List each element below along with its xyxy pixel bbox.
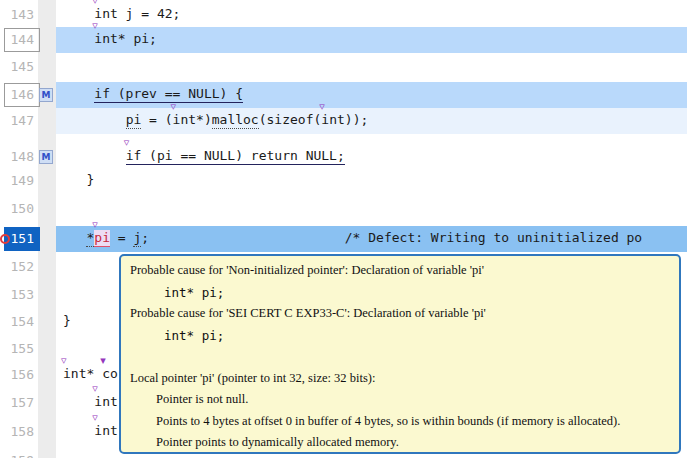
line-number[interactable]: 148 bbox=[0, 149, 34, 164]
code-token: int*▿ bbox=[63, 366, 94, 381]
code-token: )); bbox=[345, 112, 368, 127]
line-number[interactable]: 149 bbox=[0, 173, 34, 188]
code-line[interactable]: if (prev == NULL) {146M bbox=[0, 82, 687, 108]
code-line[interactable]: int▿ j = 42;143 bbox=[0, 2, 687, 28]
code-token: int*▿ bbox=[94, 31, 125, 46]
tooltip-text-line: Local pointer 'pi' (pointer to int 32, s… bbox=[130, 368, 679, 390]
code-line[interactable]: *pi▿ = j; /* Defect: Writing to uninitia… bbox=[0, 226, 687, 252]
line-number[interactable]: 154 bbox=[0, 314, 34, 329]
line-number[interactable]: 143 bbox=[0, 7, 34, 22]
tooltip-marker-icon[interactable]: ▿ bbox=[92, 413, 98, 423]
code-token: ) bbox=[204, 112, 212, 127]
code-token: int▿ bbox=[94, 394, 117, 409]
line-number[interactable]: 156 bbox=[0, 367, 34, 382]
defect-token: pi▿ bbox=[94, 230, 110, 247]
line-number[interactable]: 152 bbox=[0, 259, 34, 274]
code-line-text[interactable]: pi = (int*▿)malloc(sizeof(int▿)); bbox=[56, 108, 687, 134]
line-number[interactable]: 145 bbox=[0, 59, 34, 74]
code-token: if (prev == NULL) { bbox=[94, 86, 243, 103]
code-token: = bbox=[110, 230, 133, 245]
tooltip-marker-icon[interactable]: ▿ bbox=[92, 0, 98, 6]
code-token: j = 42; bbox=[118, 6, 181, 21]
tooltip-marker-icon[interactable]: ▿ bbox=[171, 102, 177, 112]
line-number[interactable]: 157 bbox=[0, 395, 34, 410]
code-token: malloc bbox=[212, 112, 259, 129]
code-line-text[interactable] bbox=[56, 196, 687, 222]
macro-m-badge[interactable]: M bbox=[39, 150, 53, 164]
line-number[interactable]: 146 bbox=[0, 87, 34, 102]
code-line-text[interactable]: *pi▿ = j; /* Defect: Writing to uninitia… bbox=[56, 226, 687, 252]
code-token: ; bbox=[141, 230, 149, 245]
tooltip-text-line: Probable cause for 'Non-initialized poin… bbox=[130, 260, 679, 282]
code-line[interactable]: if (pi == NULL) return NULL;▿148M bbox=[0, 144, 687, 170]
tooltip-text-line: Pointer is not null. bbox=[130, 389, 679, 411]
code-token: if (pi == NULL) return NULL;▿ bbox=[126, 148, 345, 165]
code-token: } bbox=[63, 313, 71, 328]
code-token: pi; bbox=[126, 31, 157, 46]
code-token: int*▿ bbox=[173, 112, 204, 127]
code-line[interactable]: }149 bbox=[0, 168, 687, 194]
code-token: pi bbox=[126, 112, 142, 129]
tooltip-marker-icon[interactable]: ▾ bbox=[100, 356, 106, 366]
code-token: int▿ bbox=[321, 112, 344, 127]
code-line[interactable]: int*▿ pi;144 bbox=[0, 27, 687, 53]
line-number[interactable]: 147 bbox=[0, 113, 34, 128]
tooltip-text-line: Probable cause for 'SEI CERT C EXP33-C':… bbox=[130, 303, 679, 325]
line-number[interactable]: 150 bbox=[0, 201, 34, 216]
code-line-text[interactable]: int▿ j = 42; bbox=[56, 2, 687, 28]
tooltip-marker-icon[interactable]: ▿ bbox=[92, 384, 98, 394]
code-line-text[interactable]: if (pi == NULL) return NULL;▿ bbox=[56, 144, 687, 170]
analysis-tooltip: Probable cause for 'Non-initialized poin… bbox=[119, 254, 681, 454]
code-line-text[interactable]: int*▿ pi; bbox=[56, 27, 687, 53]
tooltip-text-line bbox=[130, 346, 679, 368]
tooltip-marker-icon[interactable]: ▿ bbox=[92, 220, 98, 230]
code-token: = ( bbox=[141, 112, 172, 127]
line-number[interactable]: 158 bbox=[0, 424, 34, 439]
tooltip-marker-icon[interactable]: ▿ bbox=[319, 102, 325, 112]
tooltip-marker-icon[interactable]: ▿ bbox=[61, 356, 67, 366]
code-line[interactable]: 145 bbox=[0, 54, 687, 80]
line-number[interactable]: 153 bbox=[0, 287, 34, 302]
code-token: } bbox=[86, 172, 94, 187]
tooltip-text-line: int* pi; bbox=[130, 282, 679, 304]
tooltip-text-line: int* pi; bbox=[130, 325, 679, 347]
macro-m-badge[interactable]: M bbox=[39, 88, 53, 102]
tooltip-marker-icon[interactable]: ▿ bbox=[124, 138, 130, 148]
tooltip-text-line: Pointer points to dynamically allocated … bbox=[130, 432, 679, 454]
line-number[interactable]: 144 bbox=[0, 32, 34, 47]
code-line[interactable]: 150 bbox=[0, 196, 687, 222]
tooltip-marker-icon[interactable]: ▿ bbox=[92, 21, 98, 31]
code-token: int▿ bbox=[94, 423, 117, 438]
code-token bbox=[94, 366, 102, 381]
code-line-text[interactable]: if (prev == NULL) { bbox=[56, 82, 687, 108]
code-token: /* Defect: Writing to uninitialized po bbox=[149, 230, 642, 245]
code-line-text[interactable]: } bbox=[56, 168, 687, 194]
line-number[interactable]: 151 bbox=[0, 231, 34, 246]
code-token: co▾ bbox=[102, 366, 118, 381]
code-line[interactable]: pi = (int*▿)malloc(sizeof(int▿));147 bbox=[0, 108, 687, 134]
code-token: (sizeof( bbox=[259, 112, 322, 127]
tooltip-text-line: Points to 4 bytes at offset 0 in buffer … bbox=[130, 411, 679, 433]
line-number[interactable]: 159 bbox=[0, 453, 34, 458]
code-line-text[interactable] bbox=[56, 54, 687, 80]
line-number[interactable]: 155 bbox=[0, 341, 34, 356]
